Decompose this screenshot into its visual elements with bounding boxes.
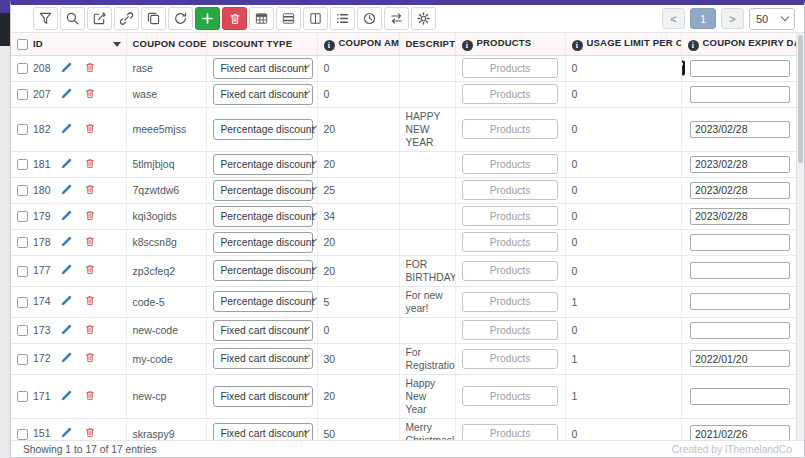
scrollbar-thumb[interactable] [798,35,803,163]
expiry-date-input[interactable] [690,182,790,199]
products-button[interactable]: Products [462,261,558,281]
edit-row-icon[interactable] [60,294,73,309]
edit-row-icon[interactable] [60,351,73,366]
delete-row-icon[interactable] [84,351,96,366]
transfer-button[interactable] [384,7,409,30]
discount-type-select[interactable]: Percentage discount [213,291,313,312]
sort-desc-icon[interactable] [113,42,121,47]
discount-type-select[interactable]: Fixed cart discount [213,320,313,341]
expiry-date-input[interactable] [690,234,790,251]
col-products-header[interactable]: iPRODUCTS [455,33,565,55]
discount-type-select[interactable]: Percentage discount [213,154,313,175]
expiry-date-input[interactable] [690,262,790,279]
pagination-next-button[interactable]: > [721,8,744,29]
row-checkbox[interactable] [17,237,28,248]
discount-type-select[interactable]: Fixed cart discount [213,423,313,440]
expiry-date-input[interactable] [690,208,790,225]
delete-coupons-button[interactable] [222,7,247,30]
table-view-button[interactable] [249,7,274,30]
add-coupon-button[interactable] [195,7,220,30]
expiry-date-input[interactable] [690,388,790,405]
edit-row-icon[interactable] [60,183,73,198]
settings-button[interactable] [411,7,436,30]
edit-row-icon[interactable] [60,157,73,172]
expiry-date-input[interactable] [690,121,790,138]
discount-type-select[interactable]: Fixed cart discount [213,348,313,369]
discount-type-select[interactable]: Percentage discount [213,260,313,281]
delete-row-icon[interactable] [84,235,96,250]
delete-row-icon[interactable] [84,426,96,440]
products-button[interactable]: Products [462,119,558,139]
discount-type-select[interactable]: Fixed cart discount [213,58,313,79]
row-checkbox[interactable] [17,297,28,308]
delete-row-icon[interactable] [84,183,96,198]
datepicker-icon[interactable] [681,60,686,76]
discount-type-select[interactable]: Percentage discount [213,119,313,140]
info-icon[interactable]: i [462,40,473,51]
link-button[interactable] [114,7,139,30]
row-checkbox[interactable] [17,325,28,336]
products-button[interactable]: Products [462,292,558,312]
edit-row-icon[interactable] [60,263,73,278]
products-button[interactable]: Products [462,349,558,369]
col-expiry-header[interactable]: iCOUPON EXPIRY DATE [681,33,796,55]
filter-button[interactable] [33,7,58,30]
col-coupon-code-header[interactable]: COUPON CODE [126,33,206,55]
col-description-header[interactable]: DESCRIPTION [399,33,455,55]
delete-row-icon[interactable] [84,157,96,172]
products-button[interactable]: Products [462,232,558,252]
expiry-date-input[interactable] [690,293,790,310]
delete-row-icon[interactable] [84,294,96,309]
delete-row-icon[interactable] [84,87,96,102]
delete-row-icon[interactable] [84,122,96,137]
delete-row-icon[interactable] [84,209,96,224]
edit-row-icon[interactable] [60,122,73,137]
list-view-button[interactable] [330,7,355,30]
pagination-prev-button[interactable]: < [662,8,685,29]
row-checkbox[interactable] [17,266,28,277]
row-checkbox[interactable] [17,159,28,170]
select-all-checkbox[interactable] [17,39,28,50]
discount-type-select[interactable]: Percentage discount [213,180,313,201]
products-button[interactable]: Products [462,84,558,104]
row-checkbox[interactable] [17,63,28,74]
row-checkbox[interactable] [17,211,28,222]
edit-button[interactable] [87,7,112,30]
vertical-scrollbar[interactable] [796,33,804,440]
discount-type-select[interactable]: Fixed cart discount [213,386,313,407]
delete-row-icon[interactable] [84,323,96,338]
expiry-date-input[interactable] [690,86,790,103]
delete-row-icon[interactable] [84,389,96,404]
delete-row-icon[interactable] [84,263,96,278]
row-checkbox[interactable] [17,429,28,440]
expiry-date-input[interactable] [690,60,790,77]
products-button[interactable]: Products [462,386,558,406]
edit-row-icon[interactable] [60,235,73,250]
page-size-select[interactable]: 50 [749,8,795,30]
edit-row-icon[interactable] [60,426,73,440]
delete-row-icon[interactable] [84,61,96,76]
search-button[interactable] [60,7,85,30]
info-icon[interactable]: i [324,40,335,51]
columns-view-button[interactable] [303,7,328,30]
edit-row-icon[interactable] [60,87,73,102]
discount-type-select[interactable]: Fixed cart discount [213,84,313,105]
info-icon[interactable]: i [688,40,699,51]
products-button[interactable]: Products [462,424,558,441]
edit-row-icon[interactable] [60,323,73,338]
discount-type-select[interactable]: Percentage discount [213,232,313,253]
edit-row-icon[interactable] [60,209,73,224]
col-coupon-amount-header[interactable]: iCOUPON AMOUNT [317,33,399,55]
products-button[interactable]: Products [462,206,558,226]
edit-row-icon[interactable] [60,61,73,76]
expiry-date-input[interactable] [690,425,790,440]
duplicate-button[interactable] [141,7,166,30]
grid-rows-button[interactable] [276,7,301,30]
refresh-button[interactable] [168,7,193,30]
col-usage-limit-header[interactable]: iUSAGE LIMIT PER COUPON [565,33,681,55]
discount-type-select[interactable]: Percentage discount [213,206,313,227]
history-button[interactable] [357,7,382,30]
row-checkbox[interactable] [17,185,28,196]
expiry-date-input[interactable] [690,350,790,367]
products-button[interactable]: Products [462,58,558,78]
